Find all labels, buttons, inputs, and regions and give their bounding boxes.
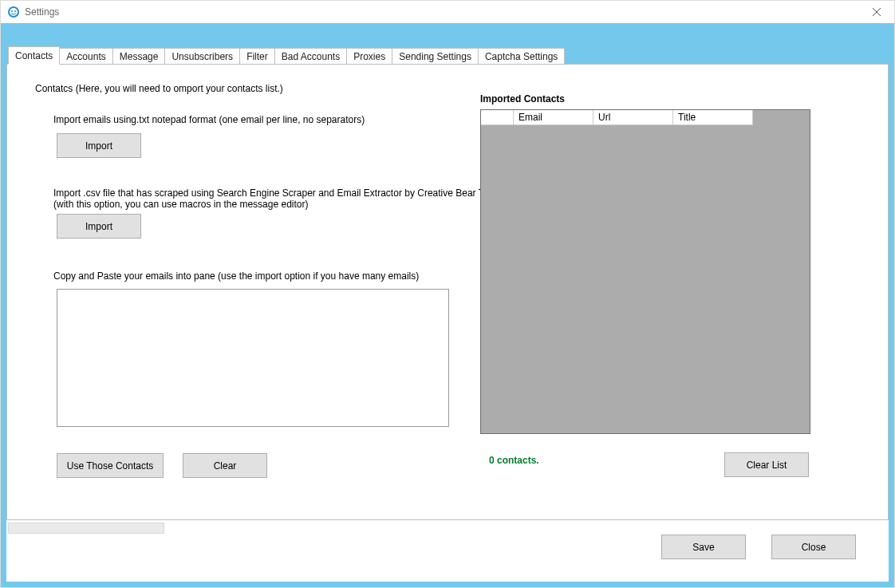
paste-emails-textarea[interactable] xyxy=(57,289,449,427)
tab-proxies[interactable]: Proxies xyxy=(346,48,392,65)
tab-contacts[interactable]: Contacts xyxy=(8,46,60,65)
tab-strip: Contacts Accounts Message Unsubscribers … xyxy=(6,48,889,65)
contacts-intro-label: Contatcs (Here, you will need to omport … xyxy=(35,83,283,94)
grid-header: Email Url Title xyxy=(481,110,753,125)
import-csv-button[interactable]: Import xyxy=(57,214,141,239)
button-label: Use Those Contacts xyxy=(67,460,154,472)
import-txt-button[interactable]: Import xyxy=(57,133,141,158)
import-txt-label: Import emails using.txt notepad format (… xyxy=(53,114,365,125)
import-csv-label-line2: (with this option, you can use macros in… xyxy=(53,199,309,210)
tab-label: Unsubscribers xyxy=(172,51,233,62)
clear-list-button[interactable]: Clear List xyxy=(724,452,809,477)
tab-control: Contacts Accounts Message Unsubscribers … xyxy=(6,48,889,520)
close-icon xyxy=(873,8,881,16)
tab-label: Filter xyxy=(246,51,268,62)
bottom-bar: Save Close xyxy=(6,520,889,582)
clear-button[interactable]: Clear xyxy=(183,453,267,478)
tab-label: Bad Accounts xyxy=(282,51,340,62)
tab-filter[interactable]: Filter xyxy=(239,48,275,65)
grid-header-url[interactable]: Url xyxy=(593,110,673,125)
tab-message[interactable]: Message xyxy=(112,48,166,65)
contacts-grid[interactable]: Email Url Title xyxy=(480,109,810,434)
progress-track xyxy=(8,523,164,534)
window-close-button[interactable] xyxy=(859,1,894,23)
tab-label: Message xyxy=(120,51,159,62)
button-label: Save xyxy=(692,542,714,553)
grid-header-email[interactable]: Email xyxy=(514,110,593,125)
tab-accounts[interactable]: Accounts xyxy=(59,48,112,65)
app-icon xyxy=(7,6,20,18)
import-csv-label-line1: Import .csv file that has scraped using … xyxy=(53,187,501,199)
client-area: Contacts Accounts Message Unsubscribers … xyxy=(1,23,894,587)
contacts-count-label: 0 contacts. xyxy=(489,455,539,466)
grid-header-rowselector[interactable] xyxy=(481,110,514,125)
paste-label: Copy and Paste your emails into pane (us… xyxy=(53,270,419,282)
tab-label: Sending Settings xyxy=(399,51,471,62)
save-button[interactable]: Save xyxy=(661,535,746,559)
tab-body-contacts: Contatcs (Here, you will need to omport … xyxy=(6,64,889,520)
tab-unsubscribers[interactable]: Unsubscribers xyxy=(164,48,240,65)
svg-point-2 xyxy=(14,10,16,12)
imported-contacts-title: Imported Contacts xyxy=(480,93,565,105)
button-label: Import xyxy=(85,140,112,152)
tab-sending-settings[interactable]: Sending Settings xyxy=(392,48,479,65)
button-label: Close xyxy=(802,542,826,553)
window-title: Settings xyxy=(25,6,59,18)
use-those-contacts-button[interactable]: Use Those Contacts xyxy=(57,453,164,478)
tab-label: Accounts xyxy=(66,51,105,62)
svg-point-0 xyxy=(9,7,18,17)
tab-label: Captcha Settings xyxy=(485,51,558,62)
titlebar: Settings xyxy=(1,1,894,23)
svg-point-1 xyxy=(11,10,13,12)
button-label: Import xyxy=(85,221,112,232)
button-label: Clear List xyxy=(747,460,787,471)
settings-window: Settings Contacts Accounts Message Unsub… xyxy=(0,0,895,588)
close-button[interactable]: Close xyxy=(771,535,856,559)
tab-captcha-settings[interactable]: Captcha Settings xyxy=(478,48,565,65)
button-label: Clear xyxy=(214,460,237,472)
tab-bad-accounts[interactable]: Bad Accounts xyxy=(274,48,347,65)
tab-label: Proxies xyxy=(353,51,385,62)
tab-label: Contacts xyxy=(15,50,53,61)
grid-header-title[interactable]: Title xyxy=(673,110,753,125)
